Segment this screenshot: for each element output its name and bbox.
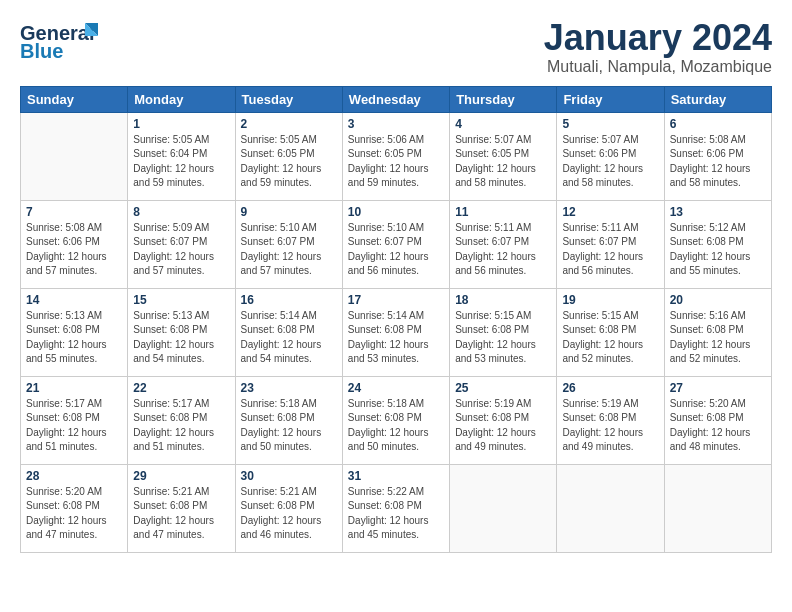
day-info: Sunrise: 5:15 AM Sunset: 6:08 PM Dayligh… — [455, 309, 551, 367]
day-number: 22 — [133, 381, 229, 395]
day-number: 20 — [670, 293, 766, 307]
week-row-2: 14Sunrise: 5:13 AM Sunset: 6:08 PM Dayli… — [21, 288, 772, 376]
day-info: Sunrise: 5:13 AM Sunset: 6:08 PM Dayligh… — [26, 309, 122, 367]
day-number: 6 — [670, 117, 766, 131]
day-cell: 26Sunrise: 5:19 AM Sunset: 6:08 PM Dayli… — [557, 376, 664, 464]
day-number: 2 — [241, 117, 337, 131]
day-number: 23 — [241, 381, 337, 395]
day-number: 13 — [670, 205, 766, 219]
day-info: Sunrise: 5:17 AM Sunset: 6:08 PM Dayligh… — [26, 397, 122, 455]
day-info: Sunrise: 5:15 AM Sunset: 6:08 PM Dayligh… — [562, 309, 658, 367]
day-cell: 30Sunrise: 5:21 AM Sunset: 6:08 PM Dayli… — [235, 464, 342, 552]
day-info: Sunrise: 5:20 AM Sunset: 6:08 PM Dayligh… — [26, 485, 122, 543]
day-info: Sunrise: 5:18 AM Sunset: 6:08 PM Dayligh… — [348, 397, 444, 455]
day-cell — [557, 464, 664, 552]
day-info: Sunrise: 5:08 AM Sunset: 6:06 PM Dayligh… — [670, 133, 766, 191]
calendar-subtitle: Mutuali, Nampula, Mozambique — [544, 58, 772, 76]
day-cell: 29Sunrise: 5:21 AM Sunset: 6:08 PM Dayli… — [128, 464, 235, 552]
calendar-title: January 2024 — [544, 18, 772, 58]
day-info: Sunrise: 5:19 AM Sunset: 6:08 PM Dayligh… — [455, 397, 551, 455]
day-info: Sunrise: 5:14 AM Sunset: 6:08 PM Dayligh… — [241, 309, 337, 367]
day-cell: 24Sunrise: 5:18 AM Sunset: 6:08 PM Dayli… — [342, 376, 449, 464]
day-cell: 28Sunrise: 5:20 AM Sunset: 6:08 PM Dayli… — [21, 464, 128, 552]
day-info: Sunrise: 5:05 AM Sunset: 6:05 PM Dayligh… — [241, 133, 337, 191]
week-row-3: 21Sunrise: 5:17 AM Sunset: 6:08 PM Dayli… — [21, 376, 772, 464]
day-number: 8 — [133, 205, 229, 219]
header: GeneralBlue January 2024 Mutuali, Nampul… — [20, 18, 772, 76]
day-cell: 10Sunrise: 5:10 AM Sunset: 6:07 PM Dayli… — [342, 200, 449, 288]
day-info: Sunrise: 5:08 AM Sunset: 6:06 PM Dayligh… — [26, 221, 122, 279]
day-number: 12 — [562, 205, 658, 219]
day-cell: 3Sunrise: 5:06 AM Sunset: 6:05 PM Daylig… — [342, 112, 449, 200]
day-number: 15 — [133, 293, 229, 307]
day-number: 21 — [26, 381, 122, 395]
day-number: 27 — [670, 381, 766, 395]
day-cell: 12Sunrise: 5:11 AM Sunset: 6:07 PM Dayli… — [557, 200, 664, 288]
day-number: 5 — [562, 117, 658, 131]
col-thursday: Thursday — [450, 86, 557, 112]
day-cell: 17Sunrise: 5:14 AM Sunset: 6:08 PM Dayli… — [342, 288, 449, 376]
calendar-table: Sunday Monday Tuesday Wednesday Thursday… — [20, 86, 772, 553]
day-cell: 8Sunrise: 5:09 AM Sunset: 6:07 PM Daylig… — [128, 200, 235, 288]
day-number: 1 — [133, 117, 229, 131]
day-cell: 27Sunrise: 5:20 AM Sunset: 6:08 PM Dayli… — [664, 376, 771, 464]
day-cell: 7Sunrise: 5:08 AM Sunset: 6:06 PM Daylig… — [21, 200, 128, 288]
day-info: Sunrise: 5:05 AM Sunset: 6:04 PM Dayligh… — [133, 133, 229, 191]
day-number: 24 — [348, 381, 444, 395]
day-info: Sunrise: 5:19 AM Sunset: 6:08 PM Dayligh… — [562, 397, 658, 455]
title-area: January 2024 Mutuali, Nampula, Mozambiqu… — [544, 18, 772, 76]
day-cell: 14Sunrise: 5:13 AM Sunset: 6:08 PM Dayli… — [21, 288, 128, 376]
day-info: Sunrise: 5:21 AM Sunset: 6:08 PM Dayligh… — [133, 485, 229, 543]
logo-svg: GeneralBlue — [20, 18, 100, 62]
day-info: Sunrise: 5:18 AM Sunset: 6:08 PM Dayligh… — [241, 397, 337, 455]
day-number: 30 — [241, 469, 337, 483]
logo: GeneralBlue — [20, 18, 100, 62]
header-row: Sunday Monday Tuesday Wednesday Thursday… — [21, 86, 772, 112]
day-number: 29 — [133, 469, 229, 483]
day-number: 3 — [348, 117, 444, 131]
day-info: Sunrise: 5:13 AM Sunset: 6:08 PM Dayligh… — [133, 309, 229, 367]
col-friday: Friday — [557, 86, 664, 112]
day-cell — [664, 464, 771, 552]
day-info: Sunrise: 5:06 AM Sunset: 6:05 PM Dayligh… — [348, 133, 444, 191]
day-cell: 20Sunrise: 5:16 AM Sunset: 6:08 PM Dayli… — [664, 288, 771, 376]
col-saturday: Saturday — [664, 86, 771, 112]
day-info: Sunrise: 5:14 AM Sunset: 6:08 PM Dayligh… — [348, 309, 444, 367]
day-number: 9 — [241, 205, 337, 219]
day-cell — [450, 464, 557, 552]
day-cell: 25Sunrise: 5:19 AM Sunset: 6:08 PM Dayli… — [450, 376, 557, 464]
day-info: Sunrise: 5:10 AM Sunset: 6:07 PM Dayligh… — [348, 221, 444, 279]
day-cell: 9Sunrise: 5:10 AM Sunset: 6:07 PM Daylig… — [235, 200, 342, 288]
day-number: 16 — [241, 293, 337, 307]
day-info: Sunrise: 5:20 AM Sunset: 6:08 PM Dayligh… — [670, 397, 766, 455]
day-number: 19 — [562, 293, 658, 307]
week-row-0: 1Sunrise: 5:05 AM Sunset: 6:04 PM Daylig… — [21, 112, 772, 200]
col-wednesday: Wednesday — [342, 86, 449, 112]
day-info: Sunrise: 5:11 AM Sunset: 6:07 PM Dayligh… — [455, 221, 551, 279]
day-cell: 31Sunrise: 5:22 AM Sunset: 6:08 PM Dayli… — [342, 464, 449, 552]
col-monday: Monday — [128, 86, 235, 112]
day-cell: 19Sunrise: 5:15 AM Sunset: 6:08 PM Dayli… — [557, 288, 664, 376]
day-info: Sunrise: 5:22 AM Sunset: 6:08 PM Dayligh… — [348, 485, 444, 543]
day-cell: 18Sunrise: 5:15 AM Sunset: 6:08 PM Dayli… — [450, 288, 557, 376]
day-cell: 15Sunrise: 5:13 AM Sunset: 6:08 PM Dayli… — [128, 288, 235, 376]
week-row-1: 7Sunrise: 5:08 AM Sunset: 6:06 PM Daylig… — [21, 200, 772, 288]
day-cell: 21Sunrise: 5:17 AM Sunset: 6:08 PM Dayli… — [21, 376, 128, 464]
svg-text:Blue: Blue — [20, 40, 63, 62]
day-number: 17 — [348, 293, 444, 307]
day-cell: 13Sunrise: 5:12 AM Sunset: 6:08 PM Dayli… — [664, 200, 771, 288]
day-number: 10 — [348, 205, 444, 219]
day-number: 18 — [455, 293, 551, 307]
day-cell: 5Sunrise: 5:07 AM Sunset: 6:06 PM Daylig… — [557, 112, 664, 200]
col-sunday: Sunday — [21, 86, 128, 112]
day-cell: 4Sunrise: 5:07 AM Sunset: 6:05 PM Daylig… — [450, 112, 557, 200]
day-info: Sunrise: 5:07 AM Sunset: 6:06 PM Dayligh… — [562, 133, 658, 191]
day-cell: 6Sunrise: 5:08 AM Sunset: 6:06 PM Daylig… — [664, 112, 771, 200]
day-info: Sunrise: 5:11 AM Sunset: 6:07 PM Dayligh… — [562, 221, 658, 279]
day-info: Sunrise: 5:07 AM Sunset: 6:05 PM Dayligh… — [455, 133, 551, 191]
day-cell: 23Sunrise: 5:18 AM Sunset: 6:08 PM Dayli… — [235, 376, 342, 464]
day-cell: 11Sunrise: 5:11 AM Sunset: 6:07 PM Dayli… — [450, 200, 557, 288]
day-number: 11 — [455, 205, 551, 219]
week-row-4: 28Sunrise: 5:20 AM Sunset: 6:08 PM Dayli… — [21, 464, 772, 552]
day-info: Sunrise: 5:09 AM Sunset: 6:07 PM Dayligh… — [133, 221, 229, 279]
